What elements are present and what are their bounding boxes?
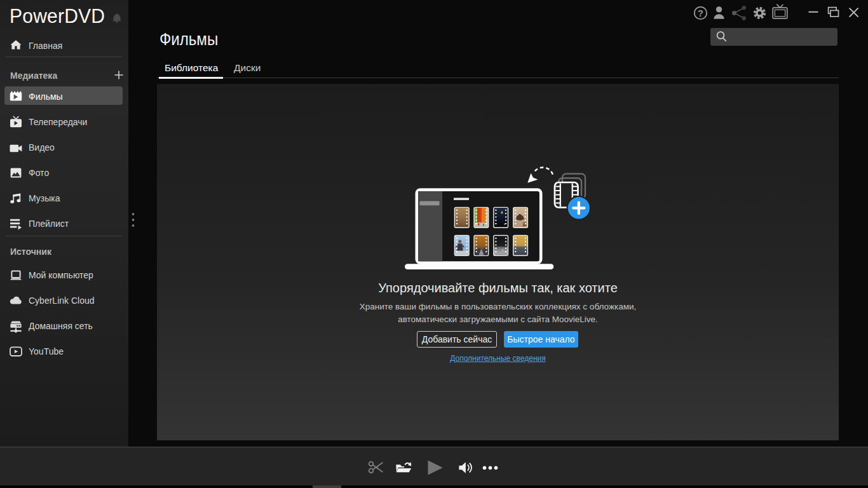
- svg-text:?: ?: [698, 8, 703, 18]
